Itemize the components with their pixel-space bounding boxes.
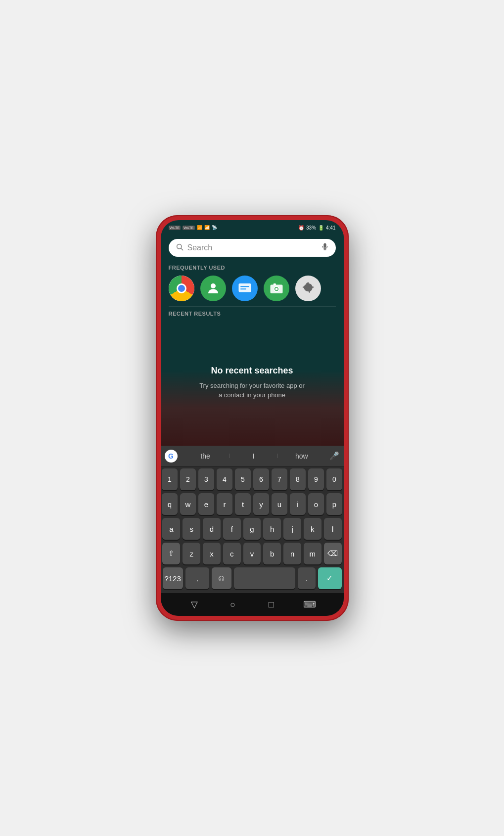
asdf-row: a s d f g h j k l (163, 518, 342, 540)
recent-results-section: RECENT RESULTS No recent searches Try se… (161, 307, 344, 446)
settings-app[interactable] (295, 276, 321, 301)
frequently-used-label: FREQUENTLY USED (161, 261, 344, 274)
contacts-app[interactable] (200, 276, 226, 301)
key-u[interactable]: u (272, 493, 287, 515)
signal-bars-1: 📶 (197, 225, 202, 230)
search-input[interactable] (187, 243, 317, 252)
chrome-app[interactable] (169, 276, 194, 301)
battery-icon: 🔋 (318, 225, 324, 231)
qwerty-row: q w e r t y u i o p (163, 493, 342, 515)
key-1[interactable]: 1 (162, 468, 178, 490)
app-icons-row (161, 274, 344, 306)
svg-rect-11 (273, 283, 275, 285)
key-h[interactable]: h (263, 518, 281, 540)
key-6[interactable]: 6 (253, 468, 269, 490)
volte-badge-2: VoLTE (183, 226, 195, 230)
contacts-icon (200, 276, 226, 301)
svg-line-1 (181, 248, 183, 250)
key-y[interactable]: y (253, 493, 269, 515)
key-4[interactable]: 4 (217, 468, 232, 490)
key-comma[interactable]: , (185, 567, 209, 589)
key-a[interactable]: a (162, 518, 180, 540)
key-l[interactable]: l (324, 518, 342, 540)
key-3[interactable]: 3 (198, 468, 214, 490)
battery-percent: 33% (306, 225, 316, 231)
nav-home[interactable]: ○ (223, 595, 243, 614)
key-e[interactable]: e (198, 493, 214, 515)
key-i[interactable]: i (290, 493, 306, 515)
signal-bars-2: 📶 (204, 225, 210, 230)
key-f[interactable]: f (223, 518, 241, 540)
bottom-nav: ▽ ○ □ ⌨ (161, 593, 344, 616)
search-icon (176, 243, 183, 253)
status-bar: VoLTE VoLTE 📶 📶 📡 ⏰ 33% 🔋 4:41 (161, 220, 344, 234)
camera-app[interactable] (264, 276, 289, 301)
messages-app[interactable] (232, 276, 258, 301)
key-z[interactable]: z (183, 543, 200, 564)
key-shift[interactable]: ⇧ (162, 543, 180, 564)
no-recent-title: No recent searches (211, 366, 293, 376)
search-bar[interactable] (169, 239, 336, 257)
status-left: VoLTE VoLTE 📶 📶 📡 (169, 225, 217, 230)
key-0[interactable]: 0 (326, 468, 342, 490)
mic-icon[interactable] (321, 243, 329, 253)
nav-back[interactable]: ▽ (184, 595, 204, 614)
volte-badge-1: VoLTE (169, 226, 181, 230)
key-q[interactable]: q (162, 493, 178, 515)
key-p[interactable]: p (326, 493, 342, 515)
key-g[interactable]: g (243, 518, 261, 540)
nav-recent[interactable]: □ (261, 595, 281, 614)
zxcv-row: ⇧ z x c v b n m ⌫ (163, 543, 342, 564)
key-x[interactable]: x (203, 543, 221, 564)
key-5[interactable]: 5 (235, 468, 251, 490)
key-m[interactable]: m (304, 543, 321, 564)
svg-rect-5 (238, 283, 251, 292)
alarm-icon: ⏰ (298, 225, 304, 231)
suggestion-i[interactable]: I (229, 452, 277, 460)
svg-point-4 (211, 283, 216, 288)
key-c[interactable]: c (223, 543, 241, 564)
key-7[interactable]: 7 (272, 468, 287, 490)
key-o[interactable]: o (308, 493, 324, 515)
keyboard-mic-icon[interactable]: 🎤 (329, 451, 339, 461)
keyboard-area: G the I how 🎤 1 2 3 4 5 6 7 8 9 0 (161, 446, 344, 593)
bottom-row: ?123 , ☺ . ✓ (163, 567, 342, 589)
key-backspace[interactable]: ⌫ (324, 543, 342, 564)
key-n[interactable]: n (283, 543, 301, 564)
suggestion-how[interactable]: how (277, 452, 325, 460)
suggestion-the[interactable]: the (182, 452, 229, 460)
key-v[interactable]: v (243, 543, 261, 564)
status-right: ⏰ 33% 🔋 4:41 (298, 225, 335, 231)
key-k[interactable]: k (304, 518, 321, 540)
key-d[interactable]: d (203, 518, 221, 540)
key-dot[interactable]: . (298, 567, 316, 589)
messages-icon (232, 276, 258, 301)
key-9[interactable]: 9 (308, 468, 324, 490)
key-space[interactable] (234, 567, 295, 589)
key-enter[interactable]: ✓ (318, 567, 342, 589)
svg-point-12 (306, 286, 310, 290)
key-r[interactable]: r (217, 493, 232, 515)
key-t[interactable]: t (235, 493, 251, 515)
clock: 4:41 (326, 225, 335, 231)
phone-screen: VoLTE VoLTE 📶 📶 📡 ⏰ 33% 🔋 4:41 (161, 220, 344, 616)
phone-frame: VoLTE VoLTE 📶 📶 📡 ⏰ 33% 🔋 4:41 (156, 215, 349, 621)
key-2[interactable]: 2 (180, 468, 196, 490)
no-recent-subtitle: Try searching for your favorite app ora … (199, 381, 305, 400)
no-recent-area: No recent searches Try searching for you… (161, 320, 344, 446)
svg-point-10 (275, 288, 277, 290)
keyboard-rows: 1 2 3 4 5 6 7 8 9 0 q w e r t (161, 466, 344, 593)
camera-icon (264, 276, 289, 301)
key-s[interactable]: s (183, 518, 200, 540)
nav-keyboard[interactable]: ⌨ (300, 595, 320, 614)
key-b[interactable]: b (263, 543, 281, 564)
frequently-used-section: FREQUENTLY USED (161, 261, 344, 306)
key-w[interactable]: w (180, 493, 196, 515)
google-logo: G (165, 450, 178, 463)
key-emoji[interactable]: ☺ (212, 567, 231, 589)
key-symbol[interactable]: ?123 (163, 567, 183, 589)
key-8[interactable]: 8 (290, 468, 306, 490)
number-row: 1 2 3 4 5 6 7 8 9 0 (163, 468, 342, 490)
recent-results-label: RECENT RESULTS (161, 307, 344, 320)
key-j[interactable]: j (283, 518, 301, 540)
